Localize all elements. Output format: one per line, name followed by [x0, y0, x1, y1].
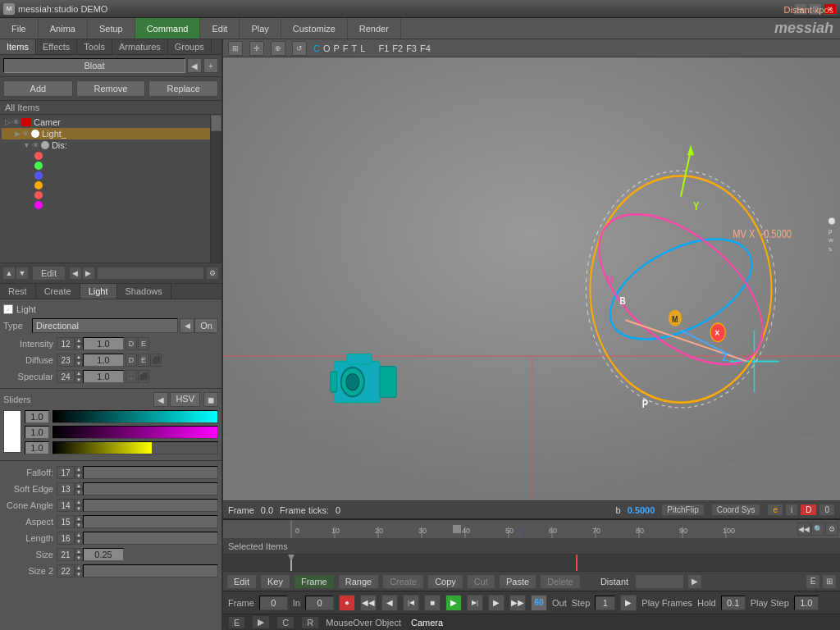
- tab-rest[interactable]: Rest: [0, 284, 36, 299]
- remove-button[interactable]: Remove: [76, 80, 146, 97]
- plugin-add-button[interactable]: +: [203, 58, 218, 73]
- intensity-num[interactable]: 12: [57, 337, 75, 350]
- list-nav2[interactable]: ▶: [82, 267, 95, 280]
- cut-btn[interactable]: Cut: [467, 574, 495, 589]
- slider-v-track[interactable]: [52, 441, 218, 454]
- tl-extra-btn[interactable]: ⊞: [822, 574, 837, 589]
- range-btn[interactable]: Range: [338, 574, 379, 589]
- vp-reset-button[interactable]: ↺: [292, 41, 307, 56]
- menu-file[interactable]: File: [0, 18, 39, 39]
- status-e-button[interactable]: E: [228, 616, 245, 629]
- menu-anima[interactable]: Anima: [39, 18, 88, 39]
- next-key-button[interactable]: ▶|: [467, 595, 483, 611]
- falloff-num[interactable]: 17: [57, 466, 75, 479]
- tab-tools[interactable]: Tools: [77, 39, 112, 54]
- tab-light[interactable]: Light: [80, 284, 117, 299]
- list-slider[interactable]: [97, 267, 204, 280]
- viewport[interactable]: Y Z H B M × P MV X -0.5000: [223, 57, 840, 500]
- tab-effects[interactable]: Effects: [36, 39, 77, 54]
- tl-icon-btn[interactable]: ▶: [687, 574, 702, 589]
- length-num[interactable]: 16: [57, 532, 75, 545]
- paste-btn[interactable]: Paste: [499, 574, 536, 589]
- list-item[interactable]: [2, 161, 220, 171]
- specular-arrows[interactable]: ▲ ▼: [75, 370, 83, 383]
- vp-key-p[interactable]: P: [334, 43, 340, 53]
- sliders-extra[interactable]: ◼: [203, 392, 218, 407]
- list-scrollbar[interactable]: [210, 115, 221, 262]
- softedge-num[interactable]: 13: [57, 482, 75, 495]
- slider-s-track[interactable]: [52, 426, 218, 439]
- tl-zoom[interactable]: 🔍: [811, 523, 824, 536]
- specular-num[interactable]: 24: [57, 370, 75, 383]
- menu-play[interactable]: Play: [240, 18, 281, 39]
- light-checkbox[interactable]: ✓: [3, 304, 13, 314]
- slider-h-value[interactable]: 1.0: [25, 410, 49, 423]
- list-up-button[interactable]: ▲: [2, 267, 16, 280]
- next-frame-button[interactable]: ▶▶: [509, 595, 526, 611]
- prev-key-button[interactable]: |◀: [403, 595, 419, 611]
- type-prev-button[interactable]: ◀: [180, 318, 194, 333]
- vp-f1[interactable]: F1: [378, 43, 389, 53]
- timeline-drag-handle[interactable]: [453, 525, 461, 533]
- stop-button[interactable]: ■: [424, 595, 441, 611]
- list-item[interactable]: [2, 200, 220, 210]
- plugin-prev-button[interactable]: ◀: [187, 58, 202, 73]
- vp-i-button[interactable]: i: [785, 504, 798, 516]
- diffuse-extra2[interactable]: E: [138, 354, 149, 367]
- delete-btn[interactable]: Delete: [540, 574, 581, 589]
- list-item[interactable]: ▼ 👁 Dis:: [2, 139, 220, 151]
- timeline-track[interactable]: [223, 555, 840, 571]
- vp-f2[interactable]: F2: [392, 43, 403, 53]
- prev-frame-button[interactable]: ◀◀: [360, 595, 377, 611]
- size-num[interactable]: 21: [57, 548, 75, 561]
- vp-key-o[interactable]: O: [323, 43, 331, 53]
- coneangle-num[interactable]: 14: [57, 499, 75, 512]
- tab-items[interactable]: Items: [0, 39, 36, 54]
- slider-h-track[interactable]: [52, 410, 218, 423]
- size-value[interactable]: 0.25: [83, 548, 124, 561]
- specular-down[interactable]: ▼: [75, 377, 83, 383]
- list-item[interactable]: ▶ 👁 Light_: [2, 128, 220, 139]
- menu-setup[interactable]: Setup: [88, 18, 135, 39]
- list-settings[interactable]: ⚙: [206, 267, 219, 280]
- vp-0-button[interactable]: 0: [819, 504, 835, 516]
- play-step-input[interactable]: [794, 596, 819, 610]
- intensity-extra2[interactable]: E: [138, 337, 149, 350]
- vp-move-button[interactable]: ✛: [249, 41, 264, 56]
- step-input[interactable]: [595, 596, 615, 610]
- vp-d-button[interactable]: D: [800, 504, 817, 516]
- on-button[interactable]: On: [194, 318, 218, 333]
- tab-create[interactable]: Create: [36, 284, 80, 299]
- status-c-button[interactable]: C: [276, 616, 294, 629]
- menu-render[interactable]: Render: [348, 18, 401, 39]
- list-item[interactable]: [2, 151, 220, 161]
- vp-settings-button[interactable]: ⊞: [228, 41, 243, 56]
- list-item[interactable]: [2, 180, 220, 190]
- menu-customize[interactable]: Customize: [281, 18, 348, 39]
- tl-e-btn[interactable]: E: [806, 574, 820, 589]
- diffuse-down[interactable]: ▼: [75, 360, 83, 367]
- diffuse-extra3[interactable]: ⬛: [150, 354, 162, 367]
- edit-btn[interactable]: Edit: [226, 574, 257, 589]
- size2-num[interactable]: 22: [57, 564, 75, 578]
- record-button[interactable]: ●: [339, 595, 355, 611]
- copy-btn[interactable]: Copy: [427, 574, 463, 589]
- intensity-extra1[interactable]: D: [126, 337, 137, 350]
- diffuse-value[interactable]: 1.0: [83, 354, 124, 367]
- tab-armatures[interactable]: Armatures: [112, 39, 168, 54]
- specular-extra1[interactable]: .: [126, 370, 137, 383]
- menu-command[interactable]: Command: [135, 18, 201, 39]
- type-value[interactable]: Directional: [32, 318, 178, 333]
- diffuse-arrows[interactable]: ▲ ▼: [75, 354, 83, 367]
- frame-btn[interactable]: Frame: [294, 574, 335, 589]
- hsv-toggle[interactable]: HSV: [170, 392, 200, 407]
- end-button[interactable]: 60: [531, 595, 547, 611]
- pitch-flip-button[interactable]: PitchFlip: [661, 504, 704, 516]
- tl-prev[interactable]: ◀◀: [797, 523, 810, 536]
- frame-input[interactable]: [259, 596, 288, 610]
- tab-shadows[interactable]: Shadows: [117, 284, 171, 299]
- vp-key-c[interactable]: C: [313, 43, 320, 53]
- indicator-p[interactable]: p: [829, 227, 835, 234]
- edit-item-button[interactable]: Edit: [32, 266, 66, 281]
- list-item[interactable]: [2, 190, 220, 200]
